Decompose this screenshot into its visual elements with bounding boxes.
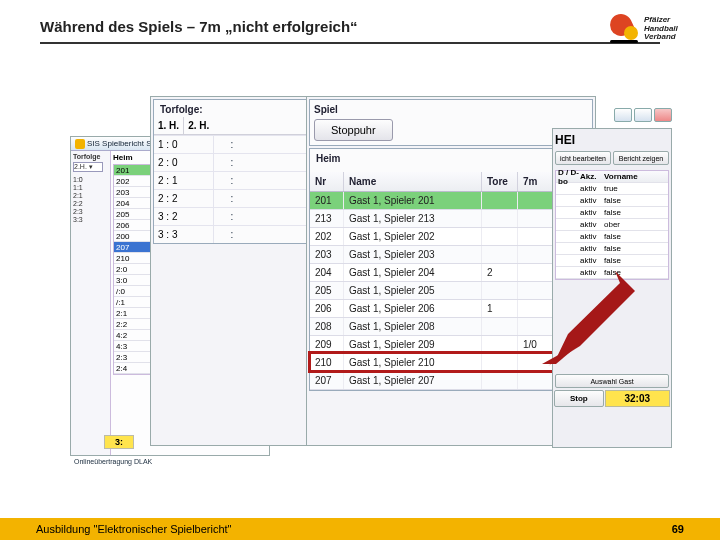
footer-text: Ausbildung "Elektronischer Spielbericht" [36,523,232,535]
torfolge-label: Torfolge [73,153,108,160]
game-clock: 32:03 [605,390,670,407]
right-row[interactable]: aktivfalse [556,231,668,243]
stop-button[interactable]: Stop [554,390,604,407]
slide-title: Während des Spiels – 7m „nicht erfolgrei… [40,18,358,35]
mini-score: 1:1 [73,184,108,191]
player-row[interactable]: 213Gast 1, Spieler 213 [310,210,592,228]
torfolge-group-title: Torfolge: [154,100,306,117]
window-right-panel: HEI icht bearbeiten Bericht zeigen D / D… [552,128,672,448]
minimize-button[interactable] [614,108,632,122]
slide-footer: Ausbildung "Elektronischer Spielbericht"… [0,518,720,540]
th-7m: 7m [518,172,554,191]
heim-group-title: Heim [310,149,592,168]
player-row[interactable]: 202Gast 1, Spieler 202 [310,228,592,246]
torfolge-row: 2 : 2: [154,189,306,207]
player-row[interactable]: 204Gast 1, Spieler 2042 [310,264,592,282]
statusbar-mini: Onlineübertragung DLAK [74,458,152,506]
th-nr: Nr [310,172,344,191]
player-row[interactable]: 206Gast 1, Spieler 2061 [310,300,592,318]
mini-score: 3:3 [73,216,108,223]
col-first-half: 1. H. [154,117,184,134]
torfolge-mini-panel: Torfolge 2.H. ▾ 1:01:12:12:22:33:3 [71,151,111,455]
screenshot-stage: SIS Spielbericht Spiel z Torfolge 2.H. ▾… [40,96,672,496]
mini-score: 2:3 [73,208,108,215]
mini-score: 2:1 [73,192,108,199]
right-row[interactable]: aktivfalse [556,267,668,279]
torfolge-row: 3 : 3: [154,225,306,243]
right-mini-table: D / D-bo Akz. Vorname aktivtrueaktivfals… [555,170,669,280]
torfolge-row: 3 : 2: [154,207,306,225]
torfolge-row: 2 : 1: [154,171,306,189]
th-tore: Tore [482,172,518,191]
player-row[interactable]: 205Gast 1, Spieler 205 [310,282,592,300]
brand-logo-text: PfälzerHandballVerband [644,16,678,41]
auswahl-gast-button[interactable]: Auswahl Gast [555,374,669,388]
stoppuhr-button[interactable]: Stoppuhr [314,119,393,141]
score-yellow-box: 3: [104,435,134,449]
mini-score: 1:0 [73,176,108,183]
half-select[interactable]: 2.H. ▾ [73,162,103,172]
title-underline [40,42,660,44]
close-button[interactable] [654,108,672,122]
page-number: 69 [672,523,684,535]
heading-heim-large: HEI [553,129,671,151]
player-row[interactable]: 203Gast 1, Spieler 203 [310,246,592,264]
window-controls [532,106,672,124]
edit-report-button[interactable]: icht bearbeiten [555,151,611,165]
player-table-body: 201Gast 1, Spieler 201213Gast 1, Spieler… [310,192,592,390]
th-akz: Akz. [580,172,604,181]
th-name: Name [344,172,482,191]
maximize-button[interactable] [634,108,652,122]
brand-logo: PfälzerHandballVerband [606,8,706,50]
right-row[interactable]: aktivfalse [556,255,668,267]
right-row[interactable]: aktivober [556,219,668,231]
col-second-half: 2. H. [184,117,213,134]
right-row[interactable]: aktivfalse [556,195,668,207]
right-row[interactable]: aktivfalse [556,243,668,255]
app-icon [75,139,85,149]
player-row[interactable]: 207Gast 1, Spieler 207 [310,372,592,390]
player-table-header: Nr Name Tore 7m Verw [310,172,592,192]
player-row[interactable]: 201Gast 1, Spieler 201 [310,192,592,210]
th-vorname: Vorname [604,172,668,181]
brand-logo-icon [606,12,642,46]
player-row[interactable]: 208Gast 1, Spieler 208 [310,318,592,336]
th-d: D / D-bo [556,168,580,186]
torfolge-row: 1 : 0: [154,135,306,153]
mini-score: 2:2 [73,200,108,207]
right-row[interactable]: aktivfalse [556,207,668,219]
show-report-button[interactable]: Bericht zeigen [613,151,669,165]
heim-group: Heim Nr Name Tore 7m Verw 201Gast 1, Spi… [309,148,593,391]
torfolge-row: 2 : 0: [154,153,306,171]
window-torfolge: Torfolge: 1. H. 2. H. 1 : 0:2 : 0:2 : 1:… [150,96,310,446]
